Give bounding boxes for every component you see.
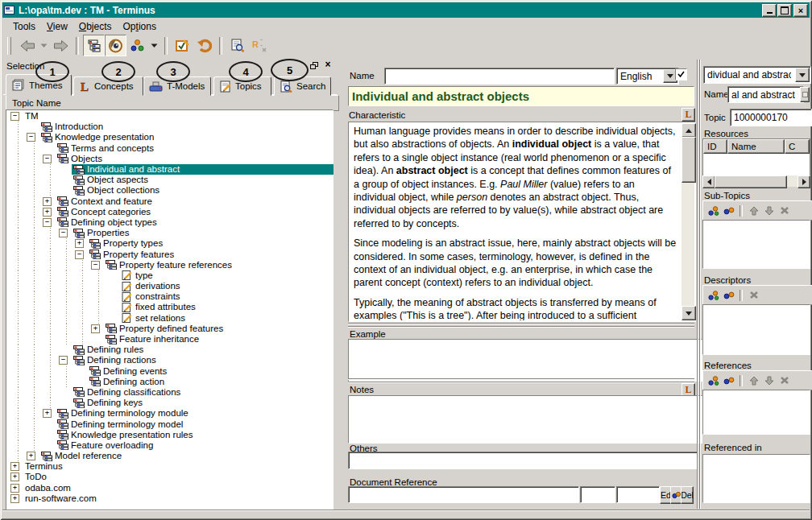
- menu-view[interactable]: View: [43, 19, 75, 34]
- tree-view-button[interactable]: [83, 35, 105, 56]
- tree-item[interactable]: Individual and abstract: [6, 164, 334, 175]
- expand-icon[interactable]: +: [43, 197, 52, 206]
- expand-icon[interactable]: +: [10, 473, 19, 481]
- tree-item[interactable]: −TM: [6, 111, 334, 122]
- menu-options[interactable]: Options: [119, 19, 164, 34]
- delete-button[interactable]: [778, 205, 790, 217]
- tree-item-body[interactable]: Defining action: [88, 377, 334, 387]
- tree-item[interactable]: −Objects: [6, 154, 334, 164]
- tree-item-body[interactable]: ToDo: [23, 472, 334, 482]
- tree-expander[interactable]: +: [10, 461, 23, 472]
- collapse-icon[interactable]: −: [27, 133, 35, 142]
- up-button[interactable]: [748, 375, 760, 386]
- tree-item[interactable]: Feature inheritance: [6, 334, 334, 345]
- tree-item-body[interactable]: Feature overloading: [56, 440, 334, 451]
- tree-item[interactable]: +Model reference: [6, 451, 334, 461]
- tree-item-body[interactable]: Properties: [72, 228, 334, 238]
- eye-view-button[interactable]: [105, 35, 126, 56]
- minimize-button[interactable]: [762, 4, 777, 17]
- splitter-notes[interactable]: [348, 378, 694, 384]
- tree-item[interactable]: Defining rules: [6, 345, 334, 355]
- back-dropdown-button[interactable]: [38, 35, 50, 56]
- tree-expander[interactable]: −: [43, 217, 56, 228]
- tree-item-body[interactable]: Defining events: [88, 366, 334, 377]
- float-panel-button[interactable]: [309, 60, 320, 71]
- tree-item[interactable]: Object collections: [6, 185, 334, 196]
- tree-item[interactable]: −Knowledge presentation: [6, 132, 334, 142]
- close-panel-button[interactable]: ×: [322, 59, 334, 69]
- tree-item-body[interactable]: Introduction: [39, 122, 334, 132]
- tree-item[interactable]: Defining classifications: [6, 387, 334, 398]
- collapse-icon[interactable]: −: [43, 155, 52, 163]
- scroll-down-button[interactable]: [682, 306, 696, 320]
- tree-item-body[interactable]: Defining terminology model: [56, 419, 334, 429]
- objects-dots-button[interactable]: [126, 35, 148, 56]
- menu-tools[interactable]: Tools: [9, 19, 43, 34]
- tree-item[interactable]: set relations: [6, 313, 334, 324]
- expand-icon[interactable]: +: [10, 462, 19, 471]
- tree-item-body[interactable]: Defining object types: [56, 217, 334, 228]
- descriptors-list[interactable]: [702, 304, 810, 355]
- resources-col-name[interactable]: Name: [727, 139, 785, 154]
- molecule-button[interactable]: [723, 205, 735, 217]
- tree-item[interactable]: Object aspects: [6, 175, 334, 185]
- tree-item[interactable]: Knowledge presentation rules: [6, 430, 334, 440]
- tree-expander[interactable]: +: [43, 196, 56, 207]
- expand-icon[interactable]: +: [91, 324, 100, 333]
- tree-item[interactable]: +odaba.com: [6, 483, 334, 493]
- tab-tmodels[interactable]: T-Models: [143, 76, 211, 96]
- molecule-button[interactable]: [723, 375, 735, 386]
- topic-dropdown-button[interactable]: [795, 68, 810, 82]
- tree-item[interactable]: −Properties: [6, 228, 334, 238]
- tree-expander[interactable]: +: [75, 238, 88, 249]
- others-input[interactable]: [348, 452, 698, 469]
- maximize-button[interactable]: [777, 4, 792, 17]
- tree-item[interactable]: Defining keys: [6, 398, 334, 408]
- back-button[interactable]: [16, 35, 38, 56]
- topic-combobox[interactable]: dividual and abstract: [703, 66, 811, 84]
- subtopics-list[interactable]: [702, 220, 810, 269]
- menu-objects[interactable]: Objects: [75, 19, 119, 34]
- down-button[interactable]: [763, 205, 775, 217]
- language-combobox[interactable]: English: [616, 68, 679, 85]
- tree-item-body[interactable]: run-software.com: [23, 493, 334, 504]
- tree-item[interactable]: +Property types: [6, 238, 334, 249]
- tree-item[interactable]: +Context and feature: [6, 196, 334, 207]
- tree-expander[interactable]: +: [10, 472, 23, 482]
- tree-item-body[interactable]: Defining keys: [72, 398, 334, 408]
- collapse-icon[interactable]: −: [43, 218, 52, 227]
- expand-icon[interactable]: +: [43, 208, 52, 217]
- molecule-add-button[interactable]: [707, 375, 719, 386]
- characteristic-scrollbar[interactable]: [682, 123, 694, 320]
- tree-item-body[interactable]: Knowledge presentation rules: [56, 430, 334, 440]
- collapse-icon[interactable]: −: [59, 356, 68, 365]
- close-button[interactable]: ×: [793, 4, 808, 17]
- tree-item[interactable]: −Property features: [6, 249, 334, 259]
- docref-delete-button[interactable]: Del: [681, 486, 694, 504]
- tree-item-body[interactable]: Knowledge presentation: [39, 132, 334, 142]
- tree-item-body[interactable]: type: [120, 270, 334, 281]
- expand-icon[interactable]: +: [43, 409, 52, 418]
- tree-item-body[interactable]: Objects: [56, 154, 334, 164]
- tree-item[interactable]: Defining action: [6, 377, 334, 387]
- tab-topics[interactable]: Topics: [213, 76, 271, 96]
- tree-item-body[interactable]: Model reference: [39, 451, 334, 461]
- tree-item-body[interactable]: Object collections: [72, 185, 334, 196]
- tree-item-body[interactable]: Context and feature: [56, 196, 334, 207]
- document-reference-pos-input[interactable]: [616, 486, 660, 503]
- expand-icon[interactable]: +: [10, 484, 19, 493]
- tree-expander[interactable]: +: [43, 207, 56, 217]
- tree-item[interactable]: Introduction: [6, 122, 334, 132]
- tree-item-body[interactable]: TM: [23, 111, 334, 122]
- tree-item-body[interactable]: Defining classifications: [72, 387, 334, 398]
- resources-col-id[interactable]: ID: [703, 139, 727, 154]
- undo-button[interactable]: [193, 35, 215, 56]
- rp-topic-input[interactable]: 1000000170: [730, 109, 812, 126]
- tree-item-body[interactable]: odaba.com: [23, 483, 334, 493]
- tree-item-body[interactable]: constraints: [120, 291, 334, 302]
- referenced-in-list[interactable]: [702, 454, 810, 503]
- tree-expander[interactable]: −: [59, 228, 72, 238]
- tree-item[interactable]: −Defining ractions: [6, 355, 334, 365]
- delete-button[interactable]: [748, 290, 760, 301]
- tree-item[interactable]: +Terminus: [6, 461, 334, 472]
